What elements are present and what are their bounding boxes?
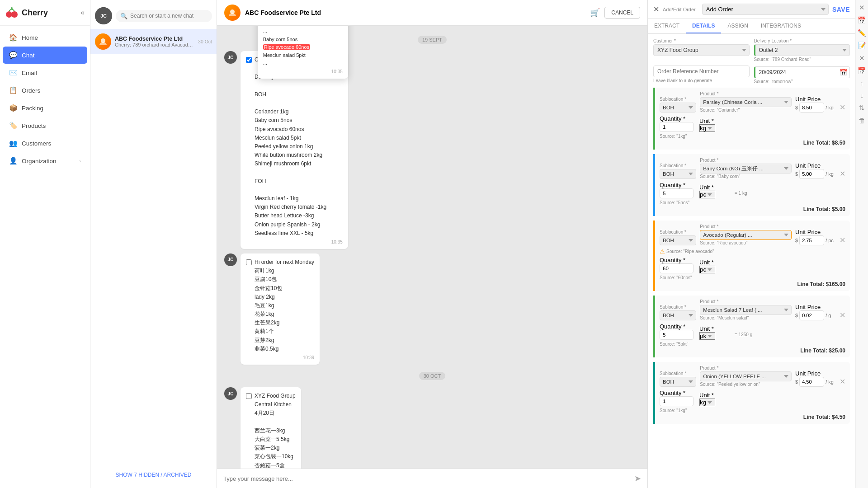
line-row-top: Sublocation * BOH Product * Avocado (Reg… <box>660 224 845 245</box>
edit-side-icon[interactable]: ✏️ <box>858 29 866 37</box>
sublocation-label: Sublocation * <box>660 97 696 102</box>
unit-field: Unit * pk <box>699 325 731 340</box>
unit-price-field: Unit Price $ / pc <box>795 229 836 245</box>
delivery-location-source: Source: "789 Orchard Road" <box>754 57 850 62</box>
message-checkbox[interactable] <box>246 57 252 63</box>
unit-price-input[interactable] <box>799 169 824 179</box>
order-type-select[interactable]: Add Order <box>702 4 829 15</box>
save-button[interactable]: SAVE <box>832 6 850 13</box>
qty-row: Quantity * Unit * kg <box>660 115 845 132</box>
quantity-input[interactable] <box>660 263 693 273</box>
down-side-icon[interactable]: ↓ <box>860 92 864 99</box>
product-select[interactable]: Baby Corn (KG) 玉米仔 ... <box>700 164 792 174</box>
delivery-date-input[interactable] <box>754 66 850 78</box>
delete-line-button[interactable]: ✕ <box>840 236 845 245</box>
delete-line-button[interactable]: ✕ <box>840 103 845 113</box>
trash-side-icon[interactable]: 🗑 <box>859 117 865 124</box>
unit-select[interactable]: kg <box>699 124 715 132</box>
sublocation-select[interactable]: BOH <box>660 235 696 245</box>
quantity-field: Quantity * <box>660 182 696 198</box>
cancel-button[interactable]: CANCEL <box>604 7 640 19</box>
product-label: Product * <box>700 158 792 163</box>
sidebar-item-email[interactable]: ✉️ Email <box>3 64 87 81</box>
unit-select[interactable]: pk <box>699 332 715 340</box>
order-ref-input[interactable] <box>653 66 750 77</box>
close-panel-button[interactable]: ✕ <box>653 5 659 14</box>
message-checkbox[interactable] <box>246 259 252 265</box>
qty-source: Source: "60nos" <box>660 275 845 280</box>
sidebar-collapse-button[interactable]: « <box>80 9 85 17</box>
sidebar-item-products[interactable]: 🏷️ Products <box>3 117 87 134</box>
show-hidden-button[interactable]: SHOW 7 HIDDEN / ARCHIVED <box>90 466 217 483</box>
product-label: Product * <box>700 366 792 371</box>
move-side-icon[interactable]: ⇅ <box>859 104 865 112</box>
chat-search-input[interactable] <box>130 13 208 19</box>
tab-details[interactable]: DETAILS <box>686 19 721 33</box>
abc-avatar <box>95 33 111 50</box>
message-checkbox[interactable] <box>246 393 252 399</box>
sidebar-item-chat[interactable]: 💬 Chat <box>3 47 87 64</box>
panel-tabs: EXTRACT DETAILS ASSIGN INTEGRATIONS <box>648 19 855 34</box>
calendar-side-icon2[interactable]: 📅 <box>858 67 866 75</box>
chat-list-item[interactable]: ABC Foodservice Pte Ltd Cherry: 789 orch… <box>90 29 217 54</box>
add-line-icon[interactable]: ✕ <box>859 4 865 12</box>
chat-search-box[interactable]: 🔍 <box>116 10 212 22</box>
quantity-input[interactable] <box>660 396 693 406</box>
cart-icon[interactable]: 🛒 <box>590 8 600 18</box>
chat-header: ABC Foodservice Pte Ltd 🛒 CANCEL <box>217 0 647 26</box>
notes-side-icon[interactable]: 📝 <box>858 42 866 50</box>
line-row-top: Sublocation * BOH Product * Mesclun Sala… <box>660 299 845 320</box>
tab-extract[interactable]: EXTRACT <box>648 19 686 33</box>
customer-select[interactable]: XYZ Food Group <box>653 44 750 56</box>
add-side-icon[interactable]: ✕ <box>859 54 865 62</box>
chat-message-input[interactable] <box>223 475 630 482</box>
tab-integrations[interactable]: INTEGRATIONS <box>755 19 807 33</box>
unit-label: Unit * <box>699 259 714 266</box>
sublocation-select[interactable]: BOH <box>660 169 696 179</box>
unit-price-input[interactable] <box>799 310 824 320</box>
unit-price-input[interactable] <box>799 235 824 245</box>
unit-price-input[interactable] <box>799 377 824 387</box>
unit-price-input[interactable] <box>799 103 824 113</box>
calendar-side-icon[interactable]: 📅 <box>858 16 866 24</box>
delete-line-button[interactable]: ✕ <box>840 169 845 179</box>
quantity-input[interactable] <box>660 330 693 340</box>
chat-icon: 💬 <box>9 51 17 59</box>
delete-line-button[interactable]: ✕ <box>840 377 845 387</box>
sidebar-item-orders[interactable]: 📋 Orders <box>3 82 87 99</box>
unit-select[interactable]: pc <box>699 191 715 198</box>
chat-input-area: ➤ <box>217 469 647 488</box>
quantity-input[interactable] <box>660 122 693 132</box>
sublocation-select[interactable]: BOH <box>660 103 696 113</box>
quantity-field: Quantity * <box>660 323 696 340</box>
sidebar-item-label: Home <box>22 34 81 41</box>
product-select[interactable]: Mesclun Salad 7 Leaf ( ... <box>700 305 792 315</box>
send-button[interactable]: ➤ <box>634 474 641 483</box>
sidebar-item-customers[interactable]: 👥 Customers <box>3 135 87 152</box>
product-select[interactable]: Parsley (Chinese Coria ... <box>700 97 792 107</box>
delete-line-button[interactable]: ✕ <box>840 311 845 320</box>
quantity-label: Quantity * <box>660 323 685 330</box>
delivery-location-select[interactable]: Outlet 2 <box>754 44 850 56</box>
sidebar-item-home[interactable]: 🏠 Home <box>3 29 87 46</box>
order-line-2: Sublocation * BOH Product * Baby Corn (K… <box>653 154 850 216</box>
unit-select[interactable]: pc <box>699 266 715 273</box>
message-content: Hi order for next Monday 荷叶1kg 豆腐10包 金针菇… <box>255 258 314 353</box>
calendar-icon[interactable]: 📅 <box>840 69 847 76</box>
app-name: Cherry <box>22 8 48 18</box>
unit-select[interactable]: kg <box>699 399 715 406</box>
tab-assign[interactable]: ASSIGN <box>721 19 754 33</box>
unit-label: Unit * <box>699 117 714 124</box>
sidebar-item-label: Email <box>22 70 81 76</box>
up-side-icon[interactable]: ↑ <box>860 80 864 87</box>
sublocation-select[interactable]: BOH <box>660 310 696 320</box>
quantity-input[interactable] <box>660 188 693 198</box>
per-unit-label: / kg <box>826 171 834 177</box>
product-select[interactable]: Onion (YELLOW PEELE ... <box>700 371 792 381</box>
conversion-hint: = 1 kg <box>735 191 747 198</box>
sidebar-item-packing[interactable]: 📦 Packing <box>3 99 87 117</box>
sidebar-item-organization[interactable]: 👤 Organization › <box>3 152 87 169</box>
product-select[interactable]: Avocado (Regular) ... <box>700 230 792 240</box>
sublocation-select[interactable]: BOH <box>660 377 696 387</box>
sublocation-field: Sublocation * BOH <box>660 163 696 179</box>
